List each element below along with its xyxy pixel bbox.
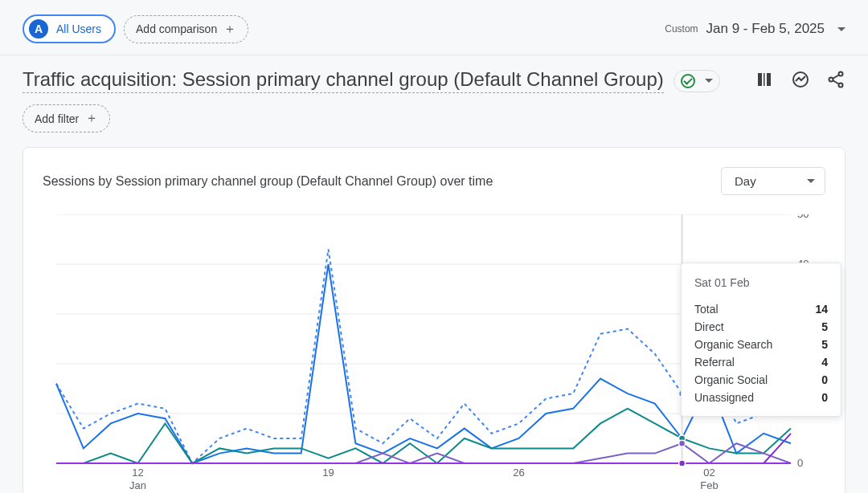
granularity-select[interactable]: Day bbox=[721, 167, 825, 195]
svg-point-6 bbox=[839, 83, 843, 87]
plus-icon: ＋ bbox=[223, 21, 236, 38]
svg-line-8 bbox=[833, 80, 839, 84]
audience-chip-all-users[interactable]: A All Users bbox=[23, 14, 116, 43]
tooltip-row: Organic Social0 bbox=[694, 371, 828, 389]
chart-card: Sessions by Session primary channel grou… bbox=[23, 147, 845, 493]
tooltip-row: Unassigned0 bbox=[694, 389, 828, 406]
add-filter-button[interactable]: Add filter ＋ bbox=[23, 104, 110, 132]
audience-chip-label: All Users bbox=[56, 22, 101, 35]
tooltip-row: Direct5 bbox=[694, 318, 828, 336]
svg-point-4 bbox=[839, 71, 843, 75]
svg-point-32 bbox=[679, 440, 686, 446]
customize-columns-icon[interactable] bbox=[755, 70, 775, 92]
tooltip-row: Organic Search5 bbox=[694, 336, 828, 353]
svg-text:26: 26 bbox=[513, 467, 524, 479]
chevron-down-icon bbox=[807, 179, 815, 183]
tooltip-row: Referral4 bbox=[694, 353, 828, 371]
check-circle-icon bbox=[681, 74, 695, 88]
share-icon[interactable] bbox=[826, 70, 845, 92]
svg-point-33 bbox=[679, 460, 686, 467]
tooltip-date: Sat 01 Feb bbox=[694, 276, 828, 289]
svg-text:Feb: Feb bbox=[700, 479, 718, 491]
tooltip-row: Total14 bbox=[694, 300, 828, 318]
svg-text:02: 02 bbox=[703, 467, 714, 479]
add-comparison-label: Add comparison bbox=[136, 22, 217, 35]
date-range-value: Jan 9 - Feb 5, 2025 bbox=[706, 21, 825, 37]
svg-text:19: 19 bbox=[322, 467, 334, 479]
chart-tooltip: Sat 01 Feb Total14Direct5Organic Search5… bbox=[681, 263, 841, 417]
date-range-picker[interactable]: Custom Jan 9 - Feb 5, 2025 bbox=[665, 21, 845, 37]
add-comparison-button[interactable]: Add comparison ＋ bbox=[124, 15, 248, 43]
svg-rect-2 bbox=[767, 73, 771, 86]
svg-rect-0 bbox=[758, 73, 762, 86]
insights-icon[interactable] bbox=[791, 70, 810, 92]
add-filter-label: Add filter bbox=[35, 112, 79, 125]
status-menu[interactable] bbox=[674, 70, 720, 92]
avatar: A bbox=[29, 19, 48, 39]
page-title[interactable]: Traffic acquisition: Session primary cha… bbox=[23, 68, 664, 93]
svg-text:50: 50 bbox=[797, 214, 809, 220]
chevron-down-icon bbox=[705, 79, 713, 83]
svg-line-7 bbox=[833, 75, 839, 79]
svg-text:12: 12 bbox=[132, 467, 143, 479]
svg-rect-1 bbox=[764, 73, 765, 86]
plus-icon: ＋ bbox=[85, 110, 98, 127]
svg-text:0: 0 bbox=[797, 457, 803, 469]
date-range-mode: Custom bbox=[665, 23, 698, 35]
svg-text:Jan: Jan bbox=[129, 479, 146, 491]
granularity-value: Day bbox=[735, 174, 756, 188]
chart-title: Sessions by Session primary channel grou… bbox=[43, 174, 493, 189]
chevron-down-icon bbox=[837, 27, 845, 31]
